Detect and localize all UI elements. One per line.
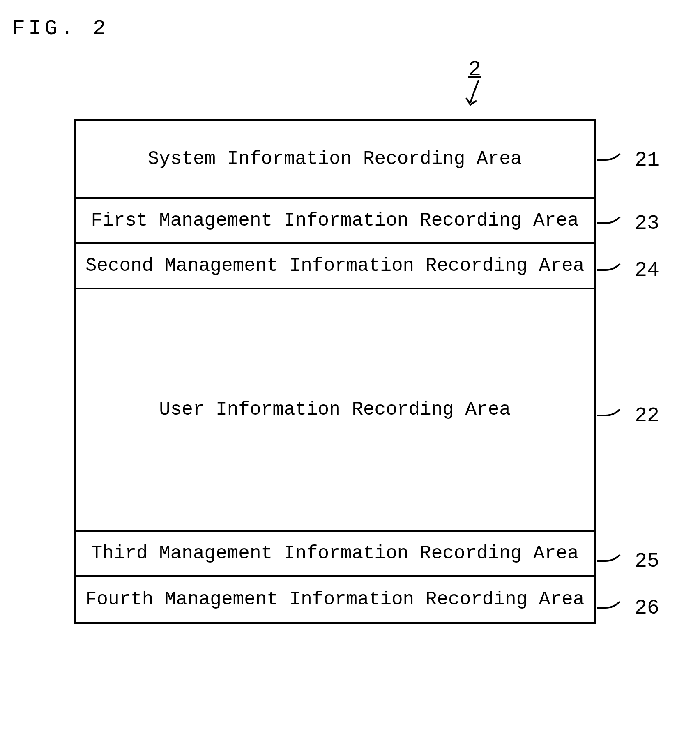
memory-area-row: System Information Recording Area: [76, 121, 594, 199]
memory-area-row: Fourth Management Information Recording …: [76, 577, 594, 622]
memory-layout-table: System Information Recording AreaFirst M…: [74, 119, 596, 624]
memory-area-row: User Information Recording Area: [76, 289, 594, 532]
memory-area-label: Third Management Information Recording A…: [91, 543, 579, 564]
memory-area-label: System Information Recording Area: [148, 148, 522, 170]
reference-number: 21: [635, 148, 659, 172]
memory-area-row: Third Management Information Recording A…: [76, 532, 594, 577]
memory-area-label: User Information Recording Area: [159, 399, 511, 420]
memory-area-label: Fourth Management Information Recording …: [85, 589, 585, 610]
reference-number: 22: [635, 404, 659, 427]
leader-line-icon: [597, 407, 622, 424]
leader-line-icon: [597, 262, 622, 278]
memory-area-row: First Management Information Recording A…: [76, 199, 594, 244]
figure-label: FIG. 2: [12, 16, 109, 41]
leader-line-icon: [597, 600, 622, 616]
memory-area-row: Second Management Information Recording …: [76, 244, 594, 289]
memory-area-label: First Management Information Recording A…: [91, 210, 579, 231]
memory-area-label: Second Management Information Recording …: [85, 255, 585, 277]
reference-number: 26: [635, 596, 659, 620]
leader-line-icon: [597, 152, 622, 168]
leader-line-icon: [597, 553, 622, 569]
down-arrow-icon: [464, 78, 485, 111]
reference-number: 24: [635, 258, 659, 282]
reference-number: 23: [635, 212, 659, 235]
leader-line-icon: [597, 215, 622, 231]
reference-number: 25: [635, 549, 659, 573]
